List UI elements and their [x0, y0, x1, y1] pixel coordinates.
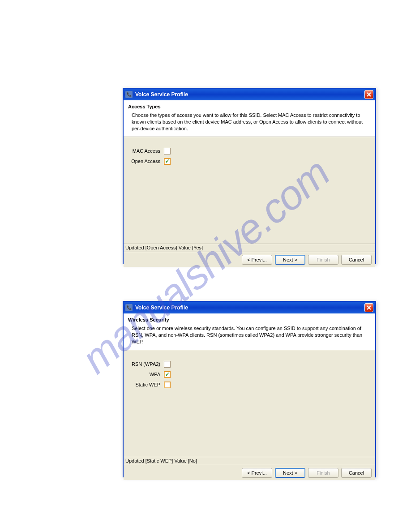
mac-access-label: MAC Access: [128, 148, 164, 154]
mac-access-checkbox[interactable]: [164, 148, 171, 154]
checkmark-icon: ✓: [165, 372, 170, 377]
window-title: Voice Service Profile: [135, 305, 364, 311]
open-access-row: Open Access ✓: [128, 157, 371, 166]
form-area: RSN (WPA2) WPA ✓ Static WEP: [124, 350, 375, 457]
previous-button[interactable]: < Previ...: [242, 255, 272, 265]
section-description: Choose the types of access you want to a…: [128, 112, 371, 132]
open-access-label: Open Access: [128, 159, 164, 164]
section-title: Wireless Security: [128, 317, 371, 322]
header-section: Wireless Security Select one or more wir…: [124, 313, 375, 350]
open-access-checkbox[interactable]: ✓: [164, 158, 171, 165]
window-title: Voice Service Profile: [135, 91, 364, 98]
next-button[interactable]: Next >: [275, 468, 305, 478]
status-bar: Updated [Open Access] Value [Yes]: [124, 244, 375, 252]
button-bar: < Previ... Next > Finish Cancel: [124, 252, 375, 267]
close-icon: [366, 92, 372, 97]
mac-access-row: MAC Access: [128, 147, 371, 155]
app-icon: 📞: [125, 91, 133, 98]
voice-service-profile-dialog-wireless-security: 📞 Voice Service Profile Wireless Securit…: [123, 301, 376, 477]
section-description: Select one or more wireless security sta…: [128, 325, 371, 345]
close-icon: [366, 305, 372, 310]
cancel-button[interactable]: Cancel: [341, 255, 372, 265]
wpa-checkbox[interactable]: ✓: [164, 371, 171, 378]
previous-button[interactable]: < Previ...: [242, 468, 272, 478]
header-section: Access Types Choose the types of access …: [124, 100, 375, 137]
finish-button: Finish: [308, 255, 338, 265]
titlebar[interactable]: 📞 Voice Service Profile: [124, 302, 375, 313]
button-bar: < Previ... Next > Finish Cancel: [124, 465, 375, 480]
close-button[interactable]: [364, 303, 373, 312]
rsn-wpa2-label: RSN (WPA2): [128, 361, 164, 367]
wpa-row: WPA ✓: [128, 370, 371, 379]
voice-service-profile-dialog-access-types: 📞 Voice Service Profile Access Types Cho…: [123, 88, 376, 264]
finish-button: Finish: [308, 468, 338, 478]
wpa-label: WPA: [128, 372, 164, 377]
next-button[interactable]: Next >: [275, 255, 305, 265]
section-title: Access Types: [128, 104, 371, 109]
app-icon: 📞: [125, 304, 133, 311]
checkmark-icon: ✓: [165, 159, 170, 164]
rsn-wpa2-checkbox[interactable]: [164, 361, 171, 368]
titlebar[interactable]: 📞 Voice Service Profile: [124, 89, 375, 100]
form-area: MAC Access Open Access ✓: [124, 137, 375, 244]
status-bar: Updated [Static WEP] Value [No]: [124, 457, 375, 465]
cancel-button[interactable]: Cancel: [341, 468, 372, 478]
close-button[interactable]: [364, 90, 373, 99]
static-wep-label: Static WEP: [128, 382, 164, 387]
static-wep-row: Static WEP: [128, 381, 371, 389]
static-wep-checkbox[interactable]: [164, 382, 171, 388]
rsn-wpa2-row: RSN (WPA2): [128, 360, 371, 369]
